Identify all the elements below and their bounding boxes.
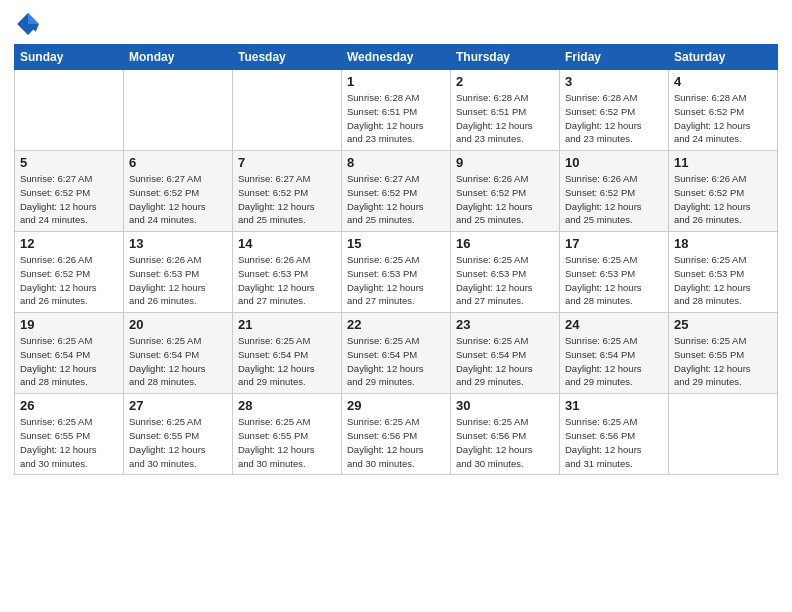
calendar-body: 1Sunrise: 6:28 AM Sunset: 6:51 PM Daylig…	[15, 70, 778, 475]
calendar-cell: 1Sunrise: 6:28 AM Sunset: 6:51 PM Daylig…	[342, 70, 451, 151]
day-number: 11	[674, 155, 772, 170]
day-info: Sunrise: 6:28 AM Sunset: 6:51 PM Dayligh…	[456, 91, 554, 146]
day-info: Sunrise: 6:25 AM Sunset: 6:55 PM Dayligh…	[129, 415, 227, 470]
calendar-cell: 28Sunrise: 6:25 AM Sunset: 6:55 PM Dayli…	[233, 394, 342, 475]
day-number: 7	[238, 155, 336, 170]
day-number: 8	[347, 155, 445, 170]
day-info: Sunrise: 6:25 AM Sunset: 6:54 PM Dayligh…	[20, 334, 118, 389]
day-info: Sunrise: 6:25 AM Sunset: 6:53 PM Dayligh…	[347, 253, 445, 308]
header-day-tuesday: Tuesday	[233, 45, 342, 70]
header-day-wednesday: Wednesday	[342, 45, 451, 70]
week-row-4: 19Sunrise: 6:25 AM Sunset: 6:54 PM Dayli…	[15, 313, 778, 394]
calendar-cell: 26Sunrise: 6:25 AM Sunset: 6:55 PM Dayli…	[15, 394, 124, 475]
day-info: Sunrise: 6:28 AM Sunset: 6:52 PM Dayligh…	[565, 91, 663, 146]
week-row-3: 12Sunrise: 6:26 AM Sunset: 6:52 PM Dayli…	[15, 232, 778, 313]
day-info: Sunrise: 6:25 AM Sunset: 6:55 PM Dayligh…	[238, 415, 336, 470]
day-number: 13	[129, 236, 227, 251]
day-info: Sunrise: 6:26 AM Sunset: 6:52 PM Dayligh…	[20, 253, 118, 308]
day-info: Sunrise: 6:25 AM Sunset: 6:55 PM Dayligh…	[674, 334, 772, 389]
day-number: 18	[674, 236, 772, 251]
week-row-2: 5Sunrise: 6:27 AM Sunset: 6:52 PM Daylig…	[15, 151, 778, 232]
day-number: 3	[565, 74, 663, 89]
day-number: 4	[674, 74, 772, 89]
day-number: 20	[129, 317, 227, 332]
day-info: Sunrise: 6:25 AM Sunset: 6:56 PM Dayligh…	[456, 415, 554, 470]
day-info: Sunrise: 6:25 AM Sunset: 6:54 PM Dayligh…	[129, 334, 227, 389]
calendar-cell: 20Sunrise: 6:25 AM Sunset: 6:54 PM Dayli…	[124, 313, 233, 394]
header-row: SundayMondayTuesdayWednesdayThursdayFrid…	[15, 45, 778, 70]
day-number: 24	[565, 317, 663, 332]
calendar-cell: 11Sunrise: 6:26 AM Sunset: 6:52 PM Dayli…	[669, 151, 778, 232]
page-header	[14, 10, 778, 38]
svg-marker-2	[28, 13, 39, 24]
day-info: Sunrise: 6:27 AM Sunset: 6:52 PM Dayligh…	[20, 172, 118, 227]
calendar-cell: 24Sunrise: 6:25 AM Sunset: 6:54 PM Dayli…	[560, 313, 669, 394]
calendar-cell: 15Sunrise: 6:25 AM Sunset: 6:53 PM Dayli…	[342, 232, 451, 313]
header-day-saturday: Saturday	[669, 45, 778, 70]
day-number: 29	[347, 398, 445, 413]
calendar-cell: 2Sunrise: 6:28 AM Sunset: 6:51 PM Daylig…	[451, 70, 560, 151]
day-number: 31	[565, 398, 663, 413]
calendar-cell: 9Sunrise: 6:26 AM Sunset: 6:52 PM Daylig…	[451, 151, 560, 232]
calendar-cell: 27Sunrise: 6:25 AM Sunset: 6:55 PM Dayli…	[124, 394, 233, 475]
day-number: 15	[347, 236, 445, 251]
calendar-cell: 23Sunrise: 6:25 AM Sunset: 6:54 PM Dayli…	[451, 313, 560, 394]
calendar-page: SundayMondayTuesdayWednesdayThursdayFrid…	[0, 0, 792, 612]
day-number: 22	[347, 317, 445, 332]
week-row-1: 1Sunrise: 6:28 AM Sunset: 6:51 PM Daylig…	[15, 70, 778, 151]
day-number: 9	[456, 155, 554, 170]
calendar-cell: 8Sunrise: 6:27 AM Sunset: 6:52 PM Daylig…	[342, 151, 451, 232]
day-info: Sunrise: 6:27 AM Sunset: 6:52 PM Dayligh…	[238, 172, 336, 227]
day-number: 5	[20, 155, 118, 170]
day-info: Sunrise: 6:25 AM Sunset: 6:54 PM Dayligh…	[565, 334, 663, 389]
calendar-cell: 19Sunrise: 6:25 AM Sunset: 6:54 PM Dayli…	[15, 313, 124, 394]
header-day-friday: Friday	[560, 45, 669, 70]
calendar-cell: 22Sunrise: 6:25 AM Sunset: 6:54 PM Dayli…	[342, 313, 451, 394]
day-info: Sunrise: 6:26 AM Sunset: 6:52 PM Dayligh…	[565, 172, 663, 227]
day-info: Sunrise: 6:28 AM Sunset: 6:51 PM Dayligh…	[347, 91, 445, 146]
day-number: 25	[674, 317, 772, 332]
day-info: Sunrise: 6:25 AM Sunset: 6:53 PM Dayligh…	[565, 253, 663, 308]
day-number: 10	[565, 155, 663, 170]
calendar-cell: 13Sunrise: 6:26 AM Sunset: 6:53 PM Dayli…	[124, 232, 233, 313]
calendar-cell: 6Sunrise: 6:27 AM Sunset: 6:52 PM Daylig…	[124, 151, 233, 232]
day-info: Sunrise: 6:25 AM Sunset: 6:54 PM Dayligh…	[347, 334, 445, 389]
calendar-header: SundayMondayTuesdayWednesdayThursdayFrid…	[15, 45, 778, 70]
calendar-cell	[669, 394, 778, 475]
day-number: 26	[20, 398, 118, 413]
day-number: 2	[456, 74, 554, 89]
day-info: Sunrise: 6:27 AM Sunset: 6:52 PM Dayligh…	[129, 172, 227, 227]
calendar-cell: 3Sunrise: 6:28 AM Sunset: 6:52 PM Daylig…	[560, 70, 669, 151]
calendar-cell: 16Sunrise: 6:25 AM Sunset: 6:53 PM Dayli…	[451, 232, 560, 313]
calendar-cell: 4Sunrise: 6:28 AM Sunset: 6:52 PM Daylig…	[669, 70, 778, 151]
calendar-table: SundayMondayTuesdayWednesdayThursdayFrid…	[14, 44, 778, 475]
day-info: Sunrise: 6:26 AM Sunset: 6:53 PM Dayligh…	[238, 253, 336, 308]
day-number: 27	[129, 398, 227, 413]
day-number: 17	[565, 236, 663, 251]
header-day-monday: Monday	[124, 45, 233, 70]
day-number: 30	[456, 398, 554, 413]
calendar-cell: 7Sunrise: 6:27 AM Sunset: 6:52 PM Daylig…	[233, 151, 342, 232]
day-number: 16	[456, 236, 554, 251]
day-number: 23	[456, 317, 554, 332]
day-number: 6	[129, 155, 227, 170]
day-info: Sunrise: 6:26 AM Sunset: 6:53 PM Dayligh…	[129, 253, 227, 308]
logo-icon	[14, 10, 42, 38]
day-info: Sunrise: 6:25 AM Sunset: 6:56 PM Dayligh…	[347, 415, 445, 470]
calendar-cell: 18Sunrise: 6:25 AM Sunset: 6:53 PM Dayli…	[669, 232, 778, 313]
day-info: Sunrise: 6:25 AM Sunset: 6:56 PM Dayligh…	[565, 415, 663, 470]
day-number: 19	[20, 317, 118, 332]
calendar-cell	[233, 70, 342, 151]
day-info: Sunrise: 6:28 AM Sunset: 6:52 PM Dayligh…	[674, 91, 772, 146]
calendar-cell	[124, 70, 233, 151]
day-info: Sunrise: 6:25 AM Sunset: 6:53 PM Dayligh…	[456, 253, 554, 308]
day-info: Sunrise: 6:25 AM Sunset: 6:55 PM Dayligh…	[20, 415, 118, 470]
calendar-cell: 25Sunrise: 6:25 AM Sunset: 6:55 PM Dayli…	[669, 313, 778, 394]
calendar-cell: 17Sunrise: 6:25 AM Sunset: 6:53 PM Dayli…	[560, 232, 669, 313]
day-number: 21	[238, 317, 336, 332]
calendar-cell: 12Sunrise: 6:26 AM Sunset: 6:52 PM Dayli…	[15, 232, 124, 313]
logo	[14, 10, 46, 38]
day-info: Sunrise: 6:25 AM Sunset: 6:54 PM Dayligh…	[238, 334, 336, 389]
calendar-cell: 31Sunrise: 6:25 AM Sunset: 6:56 PM Dayli…	[560, 394, 669, 475]
day-info: Sunrise: 6:25 AM Sunset: 6:54 PM Dayligh…	[456, 334, 554, 389]
